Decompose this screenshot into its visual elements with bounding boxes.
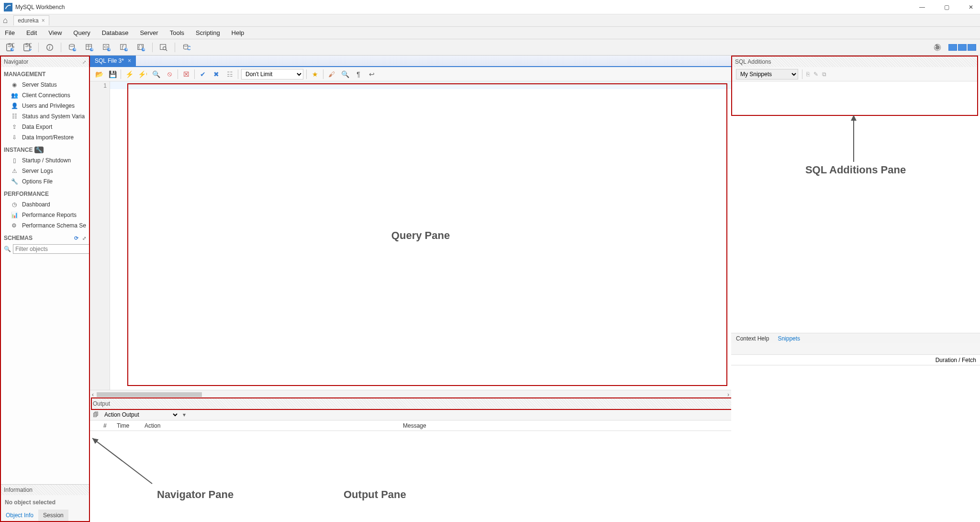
main-toolbar: SQL+ SQL i + + + ƒ+ { }+ <box>0 39 980 56</box>
menu-tools[interactable]: Tools <box>170 29 184 36</box>
export-icon: ⇪ <box>11 123 18 131</box>
col-action: Action <box>142 422 400 429</box>
menu-view[interactable]: View <box>48 29 62 36</box>
nav-startup-shutdown[interactable]: ▯Startup / Shutdown <box>1 155 89 166</box>
reconnect-icon[interactable] <box>180 41 192 54</box>
create-table-icon[interactable]: + <box>83 41 96 54</box>
close-icon[interactable]: × <box>128 57 131 64</box>
create-view-icon[interactable]: + <box>100 41 113 54</box>
nav-item-label: Server Status <box>22 81 57 88</box>
output-history-icon[interactable]: 🗐 <box>93 411 99 418</box>
scroll-right-icon[interactable]: › <box>727 391 729 398</box>
nav-perf-reports[interactable]: 📊Performance Reports <box>1 210 89 220</box>
wrap-icon[interactable]: ↩ <box>367 69 377 79</box>
invisible-chars-icon[interactable]: ¶ <box>353 69 364 79</box>
inspector-icon[interactable]: i <box>44 41 56 54</box>
scroll-left-icon[interactable]: ‹ <box>92 391 94 398</box>
commit-icon[interactable]: ✔ <box>198 69 208 79</box>
instance-title: INSTANCE🔧 <box>1 143 89 155</box>
snippets-select[interactable]: My Snippets <box>736 69 798 79</box>
nav-data-export[interactable]: ⇪Data Export <box>1 122 89 132</box>
output-columns: # Time Action Message <box>90 420 731 431</box>
reports-icon: 📊 <box>11 211 18 219</box>
expand-icon[interactable]: ⤢ <box>82 236 86 241</box>
menu-file[interactable]: File <box>5 29 15 36</box>
close-icon[interactable]: × <box>42 17 45 24</box>
information-pane: Information No object selected Object In… <box>1 484 89 521</box>
nav-server-status[interactable]: ◉Server Status <box>1 79 89 90</box>
editor-toolbar: 📂 💾 ⚡ ⚡I 🔍 ⦸ ☒ ✔ ✖ ☷ Don't Limit ★ 🖌 🔍 ¶… <box>90 67 731 81</box>
menu-database[interactable]: Database <box>102 29 129 36</box>
svg-text:+: + <box>143 46 145 52</box>
nav-item-label: Options File <box>22 178 53 185</box>
connection-tab[interactable]: edureka × <box>13 15 49 25</box>
close-button[interactable]: ✕ <box>969 4 973 11</box>
navigator-header: Navigator ⤢ <box>1 57 89 67</box>
create-schema-icon[interactable]: + <box>66 41 78 54</box>
save-icon[interactable]: 💾 <box>107 69 118 79</box>
nav-server-logs[interactable]: ⚠Server Logs <box>1 166 89 176</box>
nav-perf-schema[interactable]: ⚙Performance Schema Se <box>1 220 89 231</box>
nav-status-vars[interactable]: ☷Status and System Varia <box>1 111 89 122</box>
snippet-insert-icon[interactable]: ⎘ <box>806 71 810 78</box>
connection-tab-bar: ⌂ edureka × <box>0 14 980 27</box>
tab-object-info[interactable]: Object Info <box>1 510 38 521</box>
refresh-icon[interactable]: ⟳ <box>74 235 78 241</box>
toggle-tx-icon[interactable]: ☷ <box>224 69 235 79</box>
nav-data-import[interactable]: ⇩Data Import/Restore <box>1 132 89 143</box>
menu-query[interactable]: Query <box>73 29 90 36</box>
explain-icon[interactable]: 🔍 <box>151 69 161 79</box>
toggle-autocommit-icon[interactable]: ☒ <box>181 69 191 79</box>
sql-editor[interactable]: Query Pane <box>110 81 731 390</box>
nav-users-privileges[interactable]: 👤Users and Privileges <box>1 101 89 111</box>
nav-item-label: Status and System Varia <box>22 113 85 120</box>
tab-session[interactable]: Session <box>38 510 68 521</box>
schema-filter-input[interactable] <box>13 244 89 254</box>
line-gutter: 1 <box>90 81 110 390</box>
scroll-thumb[interactable] <box>97 392 202 397</box>
panel-switches[interactable] <box>948 44 976 51</box>
create-procedure-icon[interactable]: ƒ+ <box>118 41 130 54</box>
menu-edit[interactable]: Edit <box>26 29 37 36</box>
open-sql-icon[interactable]: SQL <box>21 41 33 54</box>
schemas-title-label: SCHEMAS <box>4 235 33 241</box>
nav-client-connections[interactable]: 👥Client Connections <box>1 90 89 101</box>
snippet-copy-icon[interactable]: ⧉ <box>822 71 826 78</box>
new-sql-tab-icon[interactable]: SQL+ <box>4 41 16 54</box>
nav-dashboard[interactable]: ◷Dashboard <box>1 199 89 210</box>
instance-title-label: INSTANCE <box>4 147 33 153</box>
connections-icon: 👥 <box>11 91 18 99</box>
home-icon[interactable]: ⌂ <box>3 16 8 25</box>
execute-icon[interactable]: ⚡ <box>124 69 134 79</box>
nav-item-label: Dashboard <box>22 201 50 208</box>
tab-snippets[interactable]: Snippets <box>778 335 800 342</box>
favorite-icon[interactable]: ★ <box>310 69 320 79</box>
menu-help[interactable]: Help <box>232 29 245 36</box>
open-file-icon[interactable]: 📂 <box>94 69 104 79</box>
expand-icon[interactable]: ⤢ <box>82 59 86 65</box>
col-time: Time <box>114 422 142 429</box>
menu-server[interactable]: Server <box>140 29 158 36</box>
output-header: Output <box>90 398 731 409</box>
tab-context-help[interactable]: Context Help <box>736 335 769 342</box>
editor-tab[interactable]: SQL File 3* × <box>90 56 136 66</box>
rollback-icon[interactable]: ✖ <box>211 69 222 79</box>
updates-icon[interactable] <box>931 41 944 54</box>
minimize-button[interactable]: — <box>919 4 925 11</box>
maximize-button[interactable]: ▢ <box>944 4 949 11</box>
snippet-replace-icon[interactable]: ✎ <box>813 71 818 78</box>
logs-icon: ⚠ <box>11 167 18 175</box>
nav-item-label: Performance Reports <box>22 212 77 218</box>
server-status-icon: ◉ <box>11 81 18 89</box>
search-table-data-icon[interactable] <box>157 41 170 54</box>
beautify-icon[interactable]: 🖌 <box>326 69 337 79</box>
stop-icon[interactable]: ⦸ <box>164 69 175 79</box>
find-icon[interactable]: 🔍 <box>340 69 350 79</box>
execute-current-icon[interactable]: ⚡I <box>137 69 148 79</box>
nav-options-file[interactable]: 🔧Options File <box>1 176 89 187</box>
limit-select[interactable]: Don't Limit <box>241 69 303 79</box>
create-function-icon[interactable]: { }+ <box>135 41 147 54</box>
output-type-select[interactable]: Action Output <box>102 411 179 419</box>
menu-scripting[interactable]: Scripting <box>196 29 220 36</box>
editor-scrollbar[interactable]: ‹ › <box>90 390 731 398</box>
